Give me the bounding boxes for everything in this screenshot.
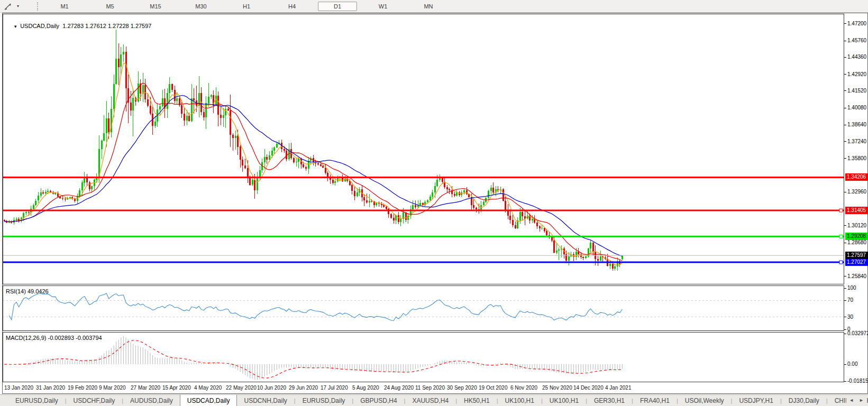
rsi-line <box>9 293 622 321</box>
timeframe-button-mn[interactable]: MN <box>409 2 448 11</box>
macd-axis-tick: -0.018154 <box>847 378 868 384</box>
chart-tab-dj30-daily[interactable]: DJ30,Daily <box>782 395 826 406</box>
trendline-tool-icon[interactable] <box>0 1 16 12</box>
chart-tab-gbpusd-h4[interactable]: GBPUSD,H4 <box>353 395 404 406</box>
macd-histogram <box>4 336 622 380</box>
date-axis-label: 19 Oct 2020 <box>479 385 507 391</box>
timeframe-button-m5[interactable]: M5 <box>90 2 130 11</box>
timeframe-button-m15[interactable]: M15 <box>136 2 175 11</box>
price-axis-tick: 1.32960 <box>847 189 866 195</box>
timeframe-button-h1[interactable]: H1 <box>227 2 266 11</box>
hline-handle-1.27027[interactable] <box>839 261 843 264</box>
date-axis-label: 10 Jun 2020 <box>257 385 286 391</box>
date-axis-label: 19 Feb 2020 <box>68 385 97 391</box>
timeframe-button-w1[interactable]: W1 <box>363 2 403 11</box>
hline-handle-1.31405[interactable] <box>839 209 843 212</box>
rsi-axis-tick: 100 <box>847 285 856 291</box>
chart-tab-usdchf-daily[interactable]: USDCHF,Daily <box>67 395 122 406</box>
date-axis-label: 22 May 2020 <box>226 385 257 391</box>
timeframe-buttons: M1M5M15M30H1H4D1W1MN <box>45 2 454 11</box>
timeframe-button-m1[interactable]: M1 <box>45 2 84 11</box>
date-axis-label: 27 Mar 2020 <box>131 385 160 391</box>
price-axis-tick: 1.35800 <box>847 155 866 161</box>
trendline-tool-glyph <box>3 2 13 11</box>
price-axis-tick: 1.30120 <box>847 223 866 228</box>
chart-canvas <box>0 0 868 406</box>
date-axis-label: 31 Jan 2020 <box>36 385 65 391</box>
chart-tab-uk100-h1[interactable]: UK100,H1 <box>498 395 541 406</box>
price-axis-tick: 1.45760 <box>847 38 866 43</box>
date-axis-label: 24 Aug 2020 <box>384 385 414 391</box>
chart-tab-xauusd-h4[interactable]: XAUUSD,H4 <box>405 395 455 406</box>
timeframe-toolbar: ▾ M1M5M15M30H1H4D1W1MN <box>0 0 868 13</box>
hline-price-tag-1.31405[interactable]: 1.31405 <box>845 207 868 214</box>
price-axis-tick: 1.44360 <box>847 54 866 60</box>
rsi-indicator-label: RSI(14) 49.0426 <box>6 288 49 294</box>
date-axis-label: 14 Dec 2020 <box>573 385 604 391</box>
date-axis-label: 29 Jun 2020 <box>289 385 318 391</box>
hline-price-tag-1.27027[interactable]: 1.27027 <box>845 259 868 266</box>
price-axis-tick: 1.47200 <box>847 21 866 26</box>
date-axis-label: 4 May 2020 <box>194 385 222 391</box>
chart-title: ▼USDCAD,Daily 1.27283 1.27612 1.27228 1.… <box>7 16 151 35</box>
chart-tab-usdjpy-h1[interactable]: USDJPY,H1 <box>732 395 780 406</box>
tab-scroll-left-icon[interactable]: ◄ <box>846 398 856 403</box>
price-axis-tick: 1.37240 <box>847 139 866 144</box>
moving-average-13 <box>4 83 622 261</box>
price-axis-tick: 1.38640 <box>847 122 866 127</box>
price-axis-tick: 1.42920 <box>847 71 866 77</box>
macd-axis-tick: 0.00 <box>847 361 857 367</box>
timeframe-button-m30[interactable]: M30 <box>181 2 221 11</box>
date-axis-label: 15 Apr 2020 <box>162 385 191 391</box>
date-axis-label: 6 Nov 2020 <box>510 385 537 391</box>
date-axis-label: 5 Aug 2020 <box>352 385 379 391</box>
chart-title-ohlc: 1.27283 1.27612 1.27228 1.27597 <box>62 23 151 29</box>
candles <box>4 30 623 271</box>
chart-tab-bar: EURUSD,Daily|USDCHF,Daily|AUDUSD,DailyUS… <box>0 394 868 406</box>
chart-tab-eurusd-daily[interactable]: EURUSD,Daily <box>296 395 352 406</box>
chart-tab-usdcnh-daily[interactable]: USDCNH,Daily <box>237 395 294 406</box>
rsi-axis-tick: 30 <box>847 314 853 320</box>
chart-tab-fra40-h1[interactable]: FRA40,H1 <box>633 395 677 406</box>
hline-price-tag-1.34206[interactable]: 1.34206 <box>845 173 868 181</box>
chart-title-symbol: USDCAD,Daily <box>20 23 59 29</box>
chart-tab-ger30-h1[interactable]: GER30,H1 <box>587 395 632 406</box>
tab-scroll-right-icon[interactable]: ► <box>856 398 866 403</box>
date-axis-label: 17 Jul 2020 <box>321 385 348 391</box>
timeframe-button-d1[interactable]: D1 <box>318 2 357 11</box>
macd-indicator-label: MACD(12,26,9) -0.002893 -0.003794 <box>6 335 102 341</box>
trading-platform-window: ▾ M1M5M15M30H1H4D1W1MN ▼USDCAD,Daily 1.2… <box>0 0 868 406</box>
date-axis-label: 13 Jan 2020 <box>4 385 33 391</box>
chart-title-expand-icon[interactable]: ▼ <box>13 24 17 29</box>
current-price-tag: 1.27597 <box>845 252 868 259</box>
price-axis-tick: 1.41520 <box>847 88 866 94</box>
chart-tab-usoil-weekly[interactable]: USOil,Weekly <box>678 395 731 406</box>
hline-handle-1.29208[interactable] <box>839 235 843 238</box>
date-axis-label: 25 Nov 2020 <box>542 385 572 391</box>
chart-tab-audusd-daily[interactable]: AUDUSD,Daily <box>123 395 180 406</box>
price-axis-tick: 1.25840 <box>847 273 866 279</box>
date-axis-label: 30 Sep 2020 <box>447 385 477 391</box>
toolbar-grip-handle[interactable] <box>37 2 40 11</box>
chart-tab-uk100-h1[interactable]: UK100,H1 <box>543 395 586 406</box>
price-axis-tick: 1.40080 <box>847 105 866 110</box>
macd-axis-tick: 0.032972 <box>847 330 868 336</box>
price-axis-tick: 1.28680 <box>847 239 866 245</box>
timeframe-button-h4[interactable]: H4 <box>272 2 312 11</box>
rsi-axis-tick: 70 <box>847 297 853 303</box>
hline-price-tag-1.29208[interactable]: 1.29208 <box>845 233 868 240</box>
chart-tab-usdcad-daily[interactable]: USDCAD,Daily <box>180 394 237 406</box>
tab-scroll-arrows: ◄ ► <box>846 395 866 405</box>
chart-tab-hk50-h1[interactable]: HK50,H1 <box>457 395 497 406</box>
chart-tab-eurusd-daily[interactable]: EURUSD,Daily <box>8 395 65 406</box>
date-axis-label: 11 Sep 2020 <box>415 385 445 391</box>
tool-dropdown-arrow-icon[interactable]: ▾ <box>17 4 19 8</box>
date-axis-label: 4 Jan 2021 <box>605 385 632 391</box>
date-axis-label: 9 Mar 2020 <box>99 385 126 391</box>
